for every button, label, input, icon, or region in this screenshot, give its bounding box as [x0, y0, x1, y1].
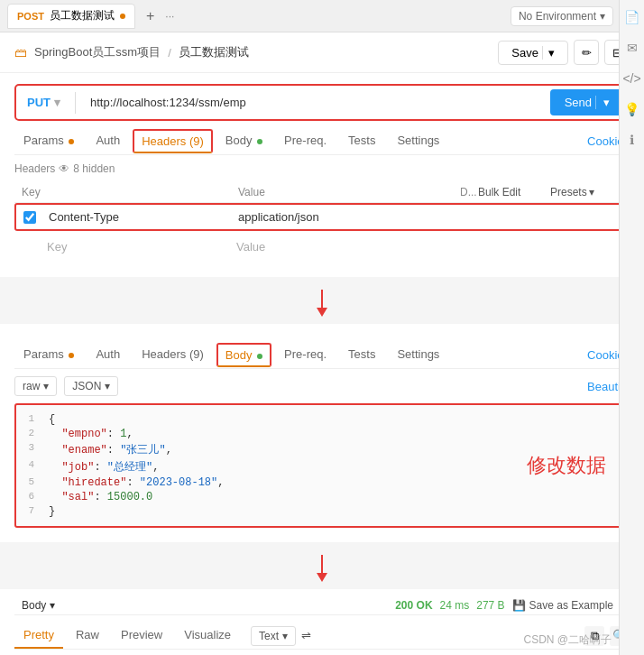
breadcrumb-separator: / — [168, 46, 171, 60]
params-dot — [69, 139, 74, 144]
save-arrow-icon[interactable]: ▾ — [542, 46, 555, 60]
save-icon: 💾 — [512, 599, 526, 612]
format-label: Text — [259, 630, 279, 642]
down-arrow-1 — [317, 290, 327, 317]
body-options: raw ▾ JSON ▾ Beautify — [14, 376, 630, 396]
code-line-7: 7 } — [16, 504, 628, 519]
tab-more-button[interactable]: ··· — [165, 10, 174, 23]
raw-selector[interactable]: raw ▾ — [14, 376, 57, 396]
code-line-6: 6 "sal": 15000.0 — [16, 490, 628, 504]
header-key[interactable]: Content-Type — [49, 210, 238, 224]
tab-params[interactable]: Params — [14, 128, 83, 154]
line-num-2: 2 — [16, 428, 41, 440]
save-example-button[interactable]: 💾 Save as Example — [512, 599, 613, 612]
code-line-2: 2 "empno": 1, — [16, 427, 628, 441]
breadcrumb-bar: 🗃 SpringBoot员工ssm项目 / 员工数据测试 Save ▾ ✏ ⊟ — [0, 32, 644, 73]
tab-dot — [120, 14, 125, 19]
body-section: Params Auth Headers (9) Body Pre-req. — [0, 324, 644, 548]
tab-settings[interactable]: Settings — [388, 128, 448, 154]
tab-headers[interactable]: Headers (9) — [133, 129, 213, 153]
code-editor[interactable]: 1 { 2 "empno": 1, 3 "ename": "张三儿", 4 "j… — [14, 403, 630, 528]
sidebar-icon-document[interactable]: 📄 — [622, 7, 642, 27]
body-tab-tests[interactable]: Tests — [339, 342, 384, 368]
json-selector[interactable]: JSON ▾ — [64, 376, 118, 396]
response-tab-preview[interactable]: Preview — [112, 623, 171, 649]
tab-bar: POST 员工数据测试 + ··· No Environment ▾ ⊡ — [0, 0, 644, 32]
format-selector[interactable]: Text ▾ — [251, 626, 296, 646]
environment-selector: No Environment ▾ ⊡ — [511, 6, 637, 26]
env-select-dropdown[interactable]: No Environment ▾ — [511, 6, 613, 26]
new-tab-button[interactable]: + — [139, 5, 161, 28]
save-example-label: Save as Example — [529, 599, 613, 612]
send-label: Send — [565, 96, 592, 109]
response-tab-raw[interactable]: Raw — [67, 623, 108, 649]
col-desc-header: D... — [460, 186, 478, 198]
edit-icon-button[interactable]: ✏ — [574, 40, 599, 65]
breadcrumb-project[interactable]: SpringBoot员工ssm项目 — [34, 44, 161, 60]
bulk-edit-btn[interactable]: Bulk Edit — [478, 186, 550, 198]
line-content-6: "sal": 15000.0 — [49, 491, 152, 503]
line-num-3: 3 — [16, 442, 41, 457]
hidden-count: 8 hidden — [73, 162, 115, 175]
response-body-arrow-icon: ▾ — [50, 599, 55, 612]
body-tab-params[interactable]: Params — [14, 342, 83, 368]
body-request-tabs: Params Auth Headers (9) Body Pre-req. — [14, 342, 630, 369]
sidebar-icon-lightbulb[interactable]: 💡 — [622, 99, 642, 119]
send-button[interactable]: Send ▾ — [550, 89, 624, 115]
tab-body[interactable]: Body — [216, 128, 271, 154]
request-row: PUT ▾ Send ▾ — [14, 84, 630, 121]
method-divider — [75, 92, 76, 114]
presets-button[interactable]: Presets ▾ — [550, 186, 622, 198]
empty-key-hint[interactable]: Key — [47, 240, 236, 254]
response-time: 24 ms — [440, 599, 470, 612]
raw-label: raw — [23, 380, 40, 392]
tab-prereq[interactable]: Pre-req. — [275, 128, 336, 154]
header-checkbox[interactable] — [23, 211, 36, 224]
sidebar-icon-info[interactable]: ℹ — [622, 130, 642, 150]
header-row-content-type: Content-Type application/json — [14, 203, 630, 231]
arrow-line-1 — [321, 290, 323, 308]
line-num-1: 1 — [16, 413, 41, 426]
response-tab-visualize[interactable]: Visualize — [175, 623, 240, 649]
format-icon[interactable]: ⇌ — [301, 629, 311, 642]
body-tab-body-dot — [257, 354, 262, 359]
response-tab-pretty[interactable]: Pretty — [14, 623, 63, 649]
arrow-head-2 — [317, 573, 327, 582]
response-body-selector[interactable]: Body ▾ — [14, 596, 62, 614]
line-content-2: "empno": 1, — [49, 428, 133, 440]
active-tab[interactable]: POST 员工数据测试 — [7, 4, 135, 29]
body-tab-settings[interactable]: Settings — [388, 342, 448, 368]
body-dot — [257, 139, 262, 144]
empty-value-hint[interactable]: Value — [236, 240, 622, 254]
response-size: 277 B — [476, 599, 504, 612]
headers-label: Headers — [14, 162, 55, 175]
arrow-1 — [0, 282, 644, 324]
down-arrow-2 — [317, 555, 327, 582]
body-tab-headers[interactable]: Headers (9) — [133, 342, 213, 368]
method-selector[interactable]: PUT ▾ — [20, 92, 68, 113]
line-num-6: 6 — [16, 491, 41, 503]
tab-auth[interactable]: Auth — [87, 128, 129, 154]
arrow-2 — [0, 548, 644, 589]
tab-title: 员工数据测试 — [50, 8, 115, 23]
response-meta: 200 OK 24 ms 277 B 💾 Save as Example ··· — [395, 599, 630, 612]
project-icon: 🗃 — [14, 45, 27, 60]
col-value-header: Value — [238, 186, 406, 198]
sidebar-icon-code[interactable]: </> — [622, 69, 642, 88]
send-arrow-icon[interactable]: ▾ — [595, 96, 610, 109]
tab-tests[interactable]: Tests — [339, 128, 384, 154]
env-arrow-icon: ▾ — [600, 10, 605, 23]
line-content-4: "job": "总经理", — [49, 459, 159, 475]
line-content-3: "ename": "张三儿", — [49, 442, 172, 457]
status-badge: 200 OK — [395, 599, 432, 612]
save-button[interactable]: Save ▾ — [498, 41, 568, 65]
env-label: No Environment — [519, 10, 596, 23]
body-tab-body[interactable]: Body — [216, 343, 271, 367]
method-label: PUT — [27, 96, 51, 109]
body-tab-auth[interactable]: Auth — [87, 342, 129, 368]
header-value[interactable]: application/json — [238, 210, 548, 224]
sidebar-icon-mail[interactable]: ✉ — [622, 38, 642, 58]
line-content-5: "hiredate": "2023-08-18", — [49, 476, 224, 489]
url-input[interactable] — [83, 92, 543, 113]
body-tab-prereq[interactable]: Pre-req. — [275, 342, 336, 368]
